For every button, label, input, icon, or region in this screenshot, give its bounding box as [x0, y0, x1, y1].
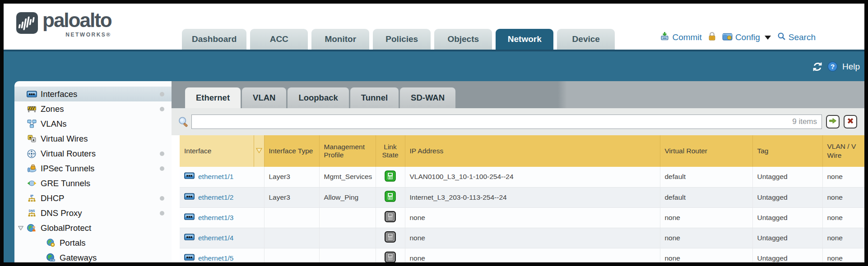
sidebar-item-label: Virtual Routers	[41, 149, 96, 159]
subtab-strip: EthernetVLANLoopbackTunnelSD-WAN	[172, 81, 864, 108]
link-down-icon	[385, 252, 396, 262]
svg-text:?: ?	[831, 63, 835, 70]
sidebar-item-ipsec-tunnels[interactable]: IPSec Tunnels	[14, 161, 172, 176]
main-nav-tab-device[interactable]: Device	[557, 29, 615, 50]
interface-link[interactable]: ethernet1/1	[198, 173, 233, 181]
cell-ip-address: none	[405, 207, 660, 228]
subtab-vlan[interactable]: VLAN	[242, 87, 286, 108]
link-down-icon	[385, 231, 396, 243]
sidebar-item-dns-proxy[interactable]: DNS DNS Proxy	[14, 206, 172, 220]
table-row: ethernet1/3 none none Untagged none	[180, 207, 864, 228]
cell-virtual-router: none	[660, 207, 752, 228]
interface-link[interactable]: ethernet1/5	[198, 254, 233, 262]
sidebar-item-virtual-wires[interactable]: Virtual Wires	[14, 131, 172, 146]
table-row: ethernet1/1 Layer3 Mgmt_Services VLAN010…	[180, 167, 864, 187]
sidebar-item-dhcp[interactable]: IP DHCP	[14, 191, 172, 206]
sidebar-item-zones[interactable]: Zones	[14, 101, 172, 116]
sidebar-item-label: VLANs	[41, 119, 67, 129]
col-tag[interactable]: Tag	[752, 135, 822, 167]
item-dot	[160, 107, 164, 111]
subtab-ethernet[interactable]: Ethernet	[185, 87, 241, 108]
sidebar-item-gre-tunnels[interactable]: GRE Tunnels	[14, 176, 172, 191]
top-bar: paloalto NETWORKS® DashboardACCMonitorPo…	[4, 4, 864, 50]
table-row: ethernet1/5 none none Untagged none	[180, 248, 864, 262]
cell-tag: Untagged	[752, 167, 822, 187]
paloalto-logo-icon	[16, 12, 38, 36]
main-nav-tab-acc[interactable]: ACC	[250, 29, 308, 50]
sidebar-item-gateways[interactable]: Gateways	[14, 250, 172, 262]
table-row: ethernet1/4 none none Untagged none	[180, 228, 864, 248]
item-dot	[160, 151, 164, 156]
cell-virtual-router: none	[660, 248, 752, 262]
sidebar-item-virtual-routers[interactable]: Virtual Routers	[14, 146, 172, 161]
clear-filter-button[interactable]	[844, 115, 857, 128]
cell-interface-type	[264, 248, 319, 262]
search-icon	[777, 32, 786, 43]
lock-button[interactable]	[708, 32, 716, 43]
col-link-state[interactable]: Link State	[376, 135, 405, 167]
subtab-loopback[interactable]: Loopback	[288, 87, 348, 108]
cell-management-profile	[319, 248, 376, 262]
top-actions: Commit Config Search	[660, 32, 816, 43]
apply-filter-button[interactable]	[826, 115, 840, 128]
interface-link[interactable]: ethernet1/4	[198, 234, 233, 242]
expander-icon[interactable]	[18, 226, 23, 230]
main-nav-tab-network[interactable]: Network	[496, 29, 553, 50]
refresh-icon[interactable]	[812, 62, 823, 72]
sidebar-item-globalprotect[interactable]: GlobalProtect	[14, 220, 172, 235]
cell-tag: Untagged	[752, 187, 822, 207]
virtual-wires-icon	[26, 135, 37, 142]
filter-bar: 9 items	[172, 108, 864, 135]
sidebar-item-portals[interactable]: Portals	[14, 235, 172, 250]
col-virtual-router[interactable]: Virtual Router	[660, 135, 752, 167]
red-x-icon	[846, 117, 854, 127]
main-nav-tab-policies[interactable]: Policies	[373, 29, 431, 50]
app-window: paloalto NETWORKS® DashboardACCMonitorPo…	[0, 0, 868, 266]
col-interface-type[interactable]: Interface Type	[264, 135, 319, 167]
cell-interface-type: Layer3	[264, 187, 319, 207]
vlans-icon	[26, 119, 37, 128]
interfaces-table: Interface Interface Type Management Prof…	[180, 135, 864, 262]
interfaces-table-wrap: Interface Interface Type Management Prof…	[172, 135, 864, 262]
config-menu[interactable]: Config	[722, 32, 771, 43]
cell-interface-type	[264, 207, 319, 228]
content-area: Interfaces Zones VLANs Virtual Wires	[4, 81, 864, 262]
svg-text:DNS: DNS	[28, 209, 34, 212]
commit-button[interactable]: Commit	[660, 32, 701, 43]
chevron-down-icon	[765, 36, 771, 40]
interface-link[interactable]: ethernet1/3	[198, 214, 233, 222]
filter-input[interactable]	[192, 115, 792, 128]
search-label: Search	[789, 32, 816, 42]
cell-tag: Untagged	[752, 228, 822, 248]
main-nav-tab-objects[interactable]: Objects	[434, 29, 492, 50]
subtab-tunnel[interactable]: Tunnel	[350, 87, 399, 108]
main-nav-tab-monitor[interactable]: Monitor	[311, 29, 369, 50]
item-dot	[160, 92, 164, 96]
cell-ip-address: none	[405, 248, 660, 262]
gre-tunnels-icon	[26, 180, 37, 187]
cell-ip-address: none	[405, 228, 660, 248]
interface-link[interactable]: ethernet1/2	[198, 193, 233, 202]
col-ip-address[interactable]: IP Address	[405, 135, 660, 167]
cell-tag: Untagged	[752, 248, 822, 262]
table-row: ethernet1/2 Layer3 Allow_Ping Internet_L…	[180, 187, 864, 207]
sidebar-item-vlans[interactable]: VLANs	[14, 116, 172, 131]
ipsec-tunnels-icon	[26, 165, 37, 172]
commit-label: Commit	[672, 32, 701, 42]
main-nav-tabs: DashboardACCMonitorPoliciesObjectsNetwor…	[182, 29, 615, 50]
search-button[interactable]: Search	[777, 32, 816, 43]
col-management-profile[interactable]: Management Profile	[319, 135, 376, 167]
subtab-sd-wan[interactable]: SD-WAN	[400, 87, 455, 108]
sort-dropdown[interactable]	[254, 135, 264, 167]
cell-virtual-router: default	[660, 187, 752, 207]
sidebar-item-label: GRE Tunnels	[41, 179, 90, 188]
cell-vlan-virtual-wire: none	[822, 187, 864, 207]
help-label: Help	[842, 62, 860, 72]
sidebar-item-interfaces[interactable]: Interfaces	[14, 87, 172, 101]
col-interface[interactable]: Interface	[180, 135, 254, 167]
green-arrow-icon	[829, 117, 837, 127]
help-icon[interactable]: ?	[827, 61, 838, 72]
filter-search-icon	[178, 116, 189, 127]
main-nav-tab-dashboard[interactable]: Dashboard	[182, 29, 246, 50]
col-vlan-virtual-wire[interactable]: VLAN / V Wire	[822, 135, 864, 167]
